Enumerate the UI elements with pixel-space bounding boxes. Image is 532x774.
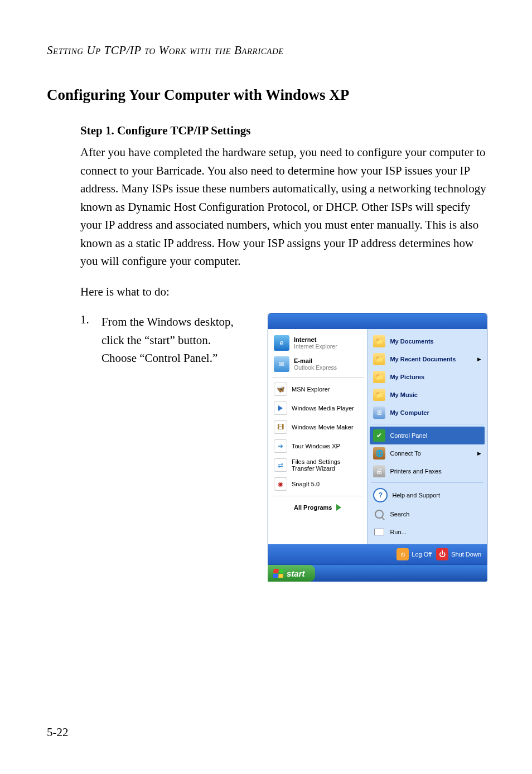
connect-to-item[interactable]: 🌐 Connect To ▶ [370, 444, 485, 462]
list-number: 1. [80, 313, 101, 327]
help-icon: ? [373, 488, 388, 502]
all-programs-item[interactable]: All Programs [270, 499, 365, 515]
my-pictures-item[interactable]: 📁 My Pictures [370, 368, 485, 386]
movie-maker-icon: 🎞 [274, 420, 287, 434]
separator [272, 496, 364, 496]
all-programs-label: All Programs [294, 504, 332, 511]
my-music-label: My Music [390, 391, 418, 398]
snagit-icon: ◉ [274, 477, 287, 491]
my-computer-label: My Computer [390, 409, 429, 416]
control-panel-item[interactable]: ✔ Control Panel [370, 427, 485, 444]
control-panel-icon: ✔ [373, 429, 385, 442]
my-computer-item[interactable]: 🖥 My Computer [370, 404, 485, 422]
chevron-right-icon: ▶ [477, 451, 481, 456]
wmp-label: Windows Media Player [292, 405, 354, 412]
email-label: E-mail [294, 357, 337, 364]
windows-media-player-item[interactable]: Windows Media Player [270, 399, 365, 418]
control-panel-label: Control Panel [390, 432, 427, 439]
my-pictures-label: My Pictures [390, 374, 424, 380]
msn-explorer-item[interactable]: 🦋 MSN Explorer [270, 380, 365, 399]
folder-icon: 📁 [373, 389, 385, 401]
start-menu-footer: ⎋ Log Off ⏻ Shut Down [268, 544, 487, 564]
my-documents-item[interactable]: 📁 My Documents [370, 332, 485, 350]
fst-label: Files and Settings Transfer Wizard [292, 458, 361, 472]
list-text: From the Windows desktop, click the “sta… [101, 313, 235, 367]
computer-icon: 🖥 [373, 407, 385, 419]
shut-down-icon: ⏻ [436, 548, 448, 560]
log-off-icon: ⎋ [396, 548, 409, 560]
files-settings-transfer-item[interactable]: ⇄ Files and Settings Transfer Wizard [270, 456, 365, 475]
start-menu-right-column: 📁 My Documents 📁 My Recent Documents ▶ 📁… [367, 329, 487, 544]
separator [371, 424, 483, 424]
printers-faxes-item[interactable]: 🖨 Printers and Faxes [370, 462, 485, 480]
my-recent-documents-item[interactable]: 📁 My Recent Documents ▶ [370, 350, 485, 368]
start-menu-left-column: e Internet Internet Explorer ✉ E-mail Ou… [268, 329, 367, 544]
internet-label: Internet [294, 336, 337, 343]
list-item: 1. From the Windows desktop, click the “… [80, 313, 235, 367]
email-item[interactable]: ✉ E-mail Outlook Express [270, 354, 365, 375]
separator [272, 377, 364, 378]
snagit-label: SnagIt 5.0 [292, 481, 320, 487]
section-title: Configuring Your Computer with Windows X… [47, 86, 487, 104]
shut-down-button[interactable]: ⏻ Shut Down [436, 548, 481, 560]
run-icon [373, 526, 385, 538]
start-button[interactable]: start [268, 565, 315, 582]
shut-down-label: Shut Down [451, 551, 481, 558]
transfer-wizard-icon: ⇄ [274, 458, 287, 472]
start-button-label: start [287, 569, 305, 578]
step-title: Step 1. Configure TCP/IP Settings [80, 124, 487, 138]
taskbar: start [268, 565, 487, 582]
printer-icon: 🖨 [373, 465, 385, 477]
run-label: Run... [390, 529, 406, 535]
folder-icon: 📁 [373, 371, 385, 383]
msn-label: MSN Explorer [292, 386, 330, 393]
internet-item[interactable]: e Internet Internet Explorer [270, 332, 365, 354]
help-label: Help and Support [392, 492, 440, 499]
separator [371, 482, 483, 483]
run-item[interactable]: Run... [370, 523, 485, 541]
tour-windows-item[interactable]: ➜ Tour Windows XP [270, 437, 365, 456]
search-label: Search [390, 511, 409, 517]
body-paragraph: After you have completed the hardware se… [80, 143, 487, 270]
my-documents-label: My Documents [390, 338, 433, 345]
page-number: 5-22 [47, 725, 69, 739]
log-off-label: Log Off [412, 551, 432, 558]
movie-maker-label: Windows Movie Maker [292, 424, 354, 430]
windows-logo-icon [273, 569, 284, 578]
movie-maker-item[interactable]: 🎞 Windows Movie Maker [270, 418, 365, 437]
running-head: Setting Up TCP/IP to Work with the Barri… [47, 43, 487, 57]
connect-to-label: Connect To [390, 450, 420, 457]
printers-label: Printers and Faxes [390, 468, 441, 475]
lead-in-text: Here is what to do: [80, 283, 487, 301]
my-music-item[interactable]: 📁 My Music [370, 386, 485, 404]
search-item[interactable]: Search [370, 505, 485, 523]
recent-docs-label: My Recent Documents [390, 356, 456, 362]
email-subtitle: Outlook Express [294, 364, 337, 371]
network-icon: 🌐 [373, 447, 385, 459]
msn-icon: 🦋 [274, 383, 287, 396]
help-support-item[interactable]: ? Help and Support [370, 485, 485, 505]
media-player-icon [274, 401, 287, 415]
snagit-item[interactable]: ◉ SnagIt 5.0 [270, 475, 365, 494]
chevron-right-icon: ▶ [477, 356, 481, 362]
tour-label: Tour Windows XP [292, 443, 340, 449]
internet-subtitle: Internet Explorer [294, 343, 337, 350]
folder-icon: 📁 [373, 335, 385, 347]
folder-icon: 📁 [373, 353, 385, 365]
internet-explorer-icon: e [274, 335, 289, 351]
search-icon [373, 508, 385, 520]
arrow-right-icon [336, 504, 341, 511]
email-icon: ✉ [274, 356, 289, 372]
tour-icon: ➜ [274, 439, 287, 453]
start-menu-screenshot: e Internet Internet Explorer ✉ E-mail Ou… [268, 313, 487, 582]
log-off-button[interactable]: ⎋ Log Off [396, 548, 432, 560]
start-menu-header [268, 313, 487, 329]
